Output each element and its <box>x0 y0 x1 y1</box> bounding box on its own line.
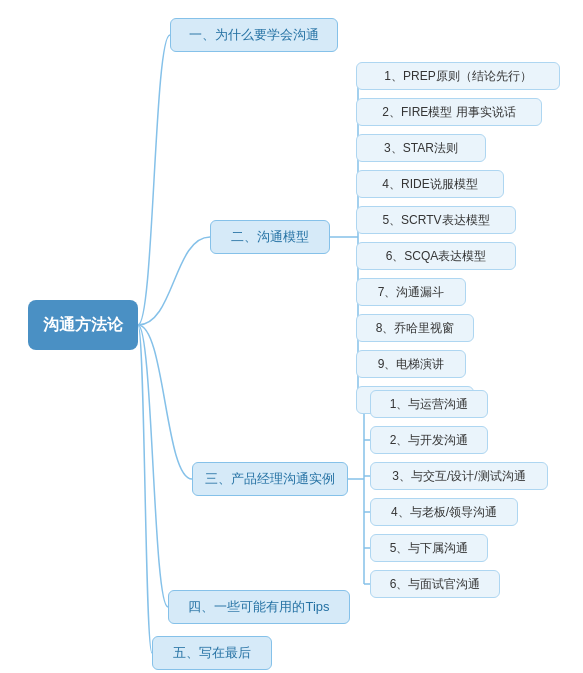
level2-node-2-3: 3、STAR法则 <box>356 134 486 162</box>
level2-node-2-5: 5、SCRTV表达模型 <box>356 206 516 234</box>
level2-node-2-7: 7、沟通漏斗 <box>356 278 466 306</box>
level2-node-3-6: 6、与面试官沟通 <box>370 570 500 598</box>
level2-node-2-6: 6、SCQA表达模型 <box>356 242 516 270</box>
level2-node-2-8: 8、乔哈里视窗 <box>356 314 474 342</box>
level2-node-2-4: 4、RIDE说服模型 <box>356 170 504 198</box>
root-node: 沟通方法论 <box>28 300 138 350</box>
level1-node-4: 四、一些可能有用的Tips <box>168 590 350 624</box>
level1-node-2: 二、沟通模型 <box>210 220 330 254</box>
level1-node-1: 一、为什么要学会沟通 <box>170 18 338 52</box>
level2-node-3-1: 1、与运营沟通 <box>370 390 488 418</box>
level2-node-2-1: 1、PREP原则（结论先行） <box>356 62 560 90</box>
level2-node-3-3: 3、与交互/设计/测试沟通 <box>370 462 548 490</box>
level1-node-5: 五、写在最后 <box>152 636 272 670</box>
level2-node-2-9: 9、电梯演讲 <box>356 350 466 378</box>
level2-node-3-5: 5、与下属沟通 <box>370 534 488 562</box>
level2-node-2-2: 2、FIRE模型 用事实说话 <box>356 98 542 126</box>
mind-map: 沟通方法论 一、为什么要学会沟通 二、沟通模型 三、产品经理沟通实例 四、一些可… <box>0 0 583 673</box>
level1-node-3: 三、产品经理沟通实例 <box>192 462 348 496</box>
level2-node-3-4: 4、与老板/领导沟通 <box>370 498 518 526</box>
level2-node-3-2: 2、与开发沟通 <box>370 426 488 454</box>
